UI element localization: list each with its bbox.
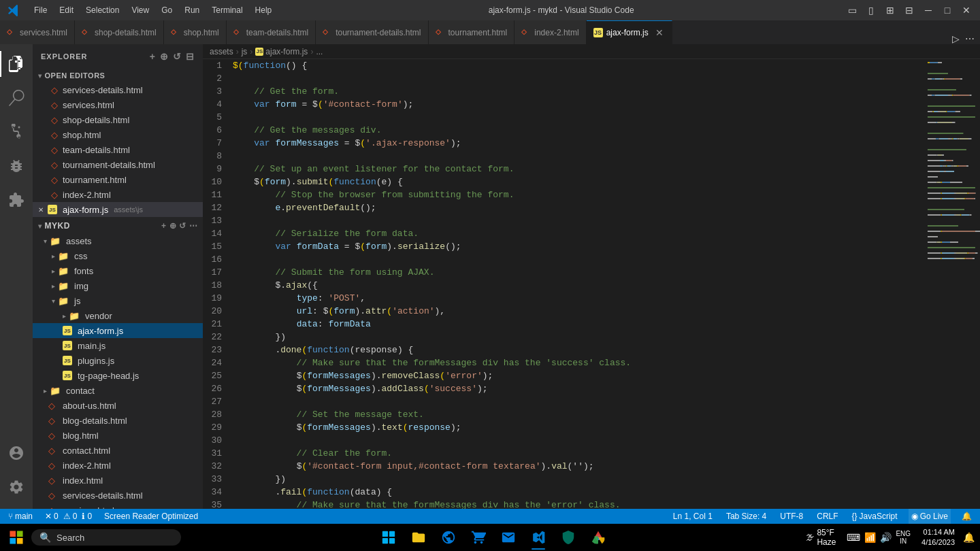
activity-search[interactable] (0, 82, 33, 114)
tab-size-item[interactable]: Tab Size: 4 (723, 509, 769, 524)
breadcrumb-file[interactable]: JS ajax-form.js (255, 47, 308, 56)
menu-run[interactable]: Run (179, 4, 205, 16)
file-blog-html[interactable]: ◇ blog.html (33, 428, 203, 443)
file-main-js[interactable]: JS main.js (33, 338, 203, 353)
editor-content[interactable]: 1$(function() {2 3 // Get the form.4 var… (203, 59, 922, 509)
wifi-icon[interactable]: 📶 (864, 532, 876, 543)
encoding-item[interactable]: UTF-8 (777, 509, 806, 524)
activity-settings[interactable] (0, 471, 33, 503)
taskbar-app-kaspersky[interactable] (555, 524, 582, 551)
line-content[interactable]: $(formMessages).removeClass('error'); (233, 369, 493, 382)
run-icon[interactable]: ▷ (952, 33, 960, 44)
restore-button[interactable]: □ (941, 5, 954, 16)
taskbar-app-chrome[interactable] (585, 524, 612, 551)
new-folder-icon[interactable]: ⊕ (160, 51, 169, 62)
line-content[interactable] (233, 253, 238, 266)
line-content[interactable]: $(formMessages).addClass('success'); (233, 382, 488, 395)
line-ending-item[interactable]: CRLF (814, 509, 840, 524)
close-icon[interactable]: ✕ (38, 206, 44, 214)
folder-img[interactable]: ▸ 📁 img (33, 278, 203, 293)
close-button[interactable]: ✕ (960, 5, 973, 16)
breadcrumb-more[interactable]: ... (316, 47, 323, 56)
line-content[interactable]: // Make sure that the formMessages div h… (233, 499, 621, 509)
code-lines[interactable]: 1$(function() {2 3 // Get the form.4 var… (203, 59, 922, 509)
list-item[interactable]: ◇ tournament.html (33, 172, 203, 187)
code-editor[interactable]: 1$(function() {2 3 // Get the form.4 var… (203, 59, 980, 509)
file-services-html[interactable]: ◇ services.html (33, 503, 203, 509)
line-content[interactable] (233, 150, 238, 163)
weather-widget[interactable]: 🌫 85°F Haze (806, 528, 836, 547)
breadcrumb-assets[interactable]: assets (210, 47, 233, 56)
line-content[interactable]: }) (233, 331, 286, 344)
go-live-item[interactable]: ◉ Go Live (909, 509, 951, 524)
breadcrumb-js[interactable]: js (242, 47, 248, 56)
tab-close-button[interactable]: ✕ (654, 27, 665, 38)
line-content[interactable] (233, 434, 238, 447)
tab-team-details-html[interactable]: ◇ team-details.html (227, 20, 316, 44)
line-content[interactable]: // Get the messages div. (233, 124, 381, 137)
line-content[interactable] (233, 72, 238, 85)
line-content[interactable]: // Make sure that the formMessages div h… (233, 356, 631, 369)
folder-vendor[interactable]: ▸ 📁 vendor (33, 308, 203, 323)
refresh-icon[interactable]: ↺ (179, 221, 186, 231)
file-about-us-html[interactable]: ◇ about-us.html (33, 398, 203, 413)
line-content[interactable]: $.ajax({ (233, 279, 318, 292)
volume-icon[interactable]: 🔊 (880, 532, 892, 543)
minimize-button[interactable]: ─ (921, 5, 935, 16)
collapse-icon[interactable]: ⊟ (186, 51, 195, 62)
menu-help[interactable]: Help (250, 4, 278, 16)
windows-start-button[interactable] (3, 524, 30, 551)
file-ajax-form-js[interactable]: JS ajax-form.js (33, 323, 203, 338)
notifications-center[interactable]: 🔔 (960, 532, 977, 543)
menu-selection[interactable]: Selection (80, 4, 125, 16)
folder-contact[interactable]: ▸ 📁 contact (33, 383, 203, 398)
tab-shop-html[interactable]: ◇ shop.html (164, 20, 227, 44)
tab-shop-details-html[interactable]: ◇ shop-details.html (75, 20, 164, 44)
taskbar-app-store[interactable] (465, 524, 492, 551)
line-content[interactable]: $(formMessages).text(response); (233, 421, 461, 434)
folder-css[interactable]: ▸ 📁 css (33, 248, 203, 263)
list-item[interactable]: ◇ shop-details.html (33, 112, 203, 127)
line-content[interactable]: type: 'POST', (233, 292, 365, 305)
refresh-icon[interactable]: ↺ (173, 51, 182, 62)
line-content[interactable]: // Set up an event listener for the cont… (233, 163, 514, 176)
menu-edit[interactable]: Edit (54, 4, 79, 16)
file-index-2-html[interactable]: ◇ index-2.html (33, 458, 203, 473)
taskbar-app-edge[interactable] (435, 524, 462, 551)
list-item[interactable]: ◇ index-2.html (33, 187, 203, 202)
line-content[interactable]: .fail(function(data) { (233, 486, 392, 499)
more-actions-icon[interactable]: ⋯ (965, 33, 975, 44)
menu-view[interactable]: View (126, 4, 154, 16)
language-indicator[interactable]: ENGIN (896, 530, 911, 545)
line-content[interactable] (233, 111, 238, 124)
line-content[interactable]: // Set the message text. (233, 408, 424, 421)
layout-icon[interactable]: ▭ (845, 5, 859, 16)
list-item[interactable]: ◇ shop.html (33, 127, 203, 142)
menu-go[interactable]: Go (156, 4, 178, 16)
language-item[interactable]: {} JavaScript (849, 509, 900, 524)
tab-ajax-form-js[interactable]: JS ajax-form.js ✕ (587, 20, 672, 44)
new-file-icon[interactable]: + (161, 221, 167, 231)
line-content[interactable]: // Stop the browser from submitting the … (233, 188, 514, 201)
window-controls[interactable]: ▭ ▯ ⊞ ⊟ ─ □ ✕ (845, 5, 973, 16)
tab-services-html[interactable]: ◇ services.html (0, 20, 75, 44)
line-content[interactable]: var form = $('#contact-form'); (233, 98, 413, 111)
screen-reader-item[interactable]: Screen Reader Optimized (101, 509, 201, 524)
errors-item[interactable]: ✕ 0 ⚠ 0 ℹ 0 (42, 509, 95, 524)
taskbar-app-vscode[interactable] (525, 524, 552, 551)
activity-extensions[interactable] (0, 184, 33, 216)
line-content[interactable]: $(form).submit(function(e) { (233, 176, 403, 188)
line-content[interactable]: // Clear the form. (233, 447, 392, 460)
taskbar-app-files[interactable] (405, 524, 432, 551)
line-content[interactable]: // Serialize the form data. (233, 227, 419, 240)
folder-fonts[interactable]: ▸ 📁 fonts (33, 263, 203, 278)
line-content[interactable] (233, 214, 238, 227)
list-item-active[interactable]: ✕ JS ajax-form.js assets\js (33, 202, 203, 217)
list-item[interactable]: ◇ team-details.html (33, 142, 203, 157)
folder-js[interactable]: ▾ 📁 js (33, 293, 203, 308)
line-content[interactable]: .done(function(response) { (233, 344, 413, 356)
line-content[interactable] (233, 395, 238, 408)
sidebar-header-icons[interactable]: + ⊕ ↺ ⊟ (150, 51, 195, 62)
layout3-icon[interactable]: ⊞ (883, 5, 897, 16)
line-content[interactable]: // Submit the form using AJAX. (233, 266, 434, 279)
